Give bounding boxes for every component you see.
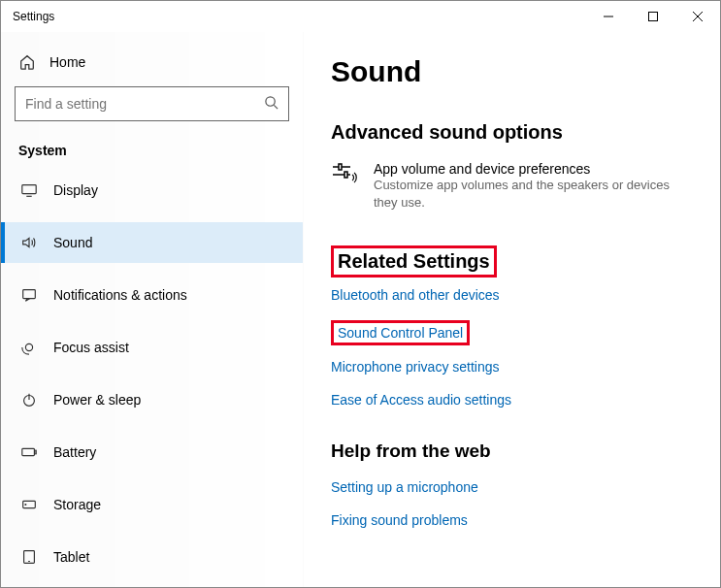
display-icon: [20, 181, 38, 199]
main-content: Sound Advanced sound options App volume …: [304, 32, 720, 587]
svg-point-14: [25, 505, 26, 506]
sidebar-item-label: Power & sleep: [53, 392, 141, 408]
svg-rect-8: [23, 290, 36, 299]
sidebar-item-display[interactable]: Display: [1, 170, 303, 211]
advanced-item-desc: Customize app volumes and the speakers o…: [374, 177, 693, 211]
tablet-icon: [20, 548, 38, 566]
advanced-item-title: App volume and device preferences: [374, 161, 693, 177]
sidebar-item-label: Sound: [53, 235, 92, 250]
svg-rect-20: [344, 172, 347, 178]
sidebar-item-battery[interactable]: Battery: [1, 432, 303, 473]
sound-icon: [20, 234, 38, 251]
search-box[interactable]: [15, 86, 289, 121]
sidebar-item-label: Battery: [53, 444, 96, 460]
minimize-icon: [604, 12, 613, 21]
power-icon: [20, 391, 38, 408]
svg-line-5: [274, 105, 278, 109]
sidebar-item-home[interactable]: Home: [1, 44, 303, 81]
svg-rect-18: [339, 164, 342, 170]
advanced-item[interactable]: App volume and device preferences Custom…: [331, 161, 693, 211]
sidebar-item-label: Notifications & actions: [53, 287, 187, 303]
svg-rect-12: [35, 450, 36, 454]
focus-icon: [20, 339, 38, 356]
storage-icon: [20, 496, 38, 513]
search-input[interactable]: [25, 96, 264, 112]
sidebar-item-label: Tablet: [53, 549, 89, 565]
search-icon: [264, 95, 279, 113]
window-title: Settings: [13, 10, 54, 23]
battery-icon: [20, 443, 38, 461]
sidebar-item-tablet[interactable]: Tablet: [1, 537, 303, 577]
svg-rect-1: [649, 13, 658, 21]
link-ease-of-access-audio[interactable]: Ease of Access audio settings: [331, 392, 511, 408]
link-setup-microphone[interactable]: Setting up a microphone: [331, 479, 478, 495]
sidebar-item-sound[interactable]: Sound: [1, 222, 303, 263]
related-heading: Related Settings: [338, 250, 490, 273]
link-sound-control-panel[interactable]: Sound Control Panel: [338, 325, 463, 341]
highlight-sound-control-panel: Sound Control Panel: [331, 320, 470, 345]
advanced-heading: Advanced sound options: [331, 121, 693, 144]
sidebar-item-notifications[interactable]: Notifications & actions: [1, 275, 303, 315]
link-microphone-privacy[interactable]: Microphone privacy settings: [331, 359, 500, 375]
highlight-related-heading: Related Settings: [331, 245, 497, 278]
maximize-icon: [648, 12, 658, 21]
sidebar-item-focus-assist[interactable]: Focus assist: [1, 327, 303, 368]
svg-rect-6: [22, 185, 36, 194]
sidebar-item-label: Focus assist: [53, 340, 129, 355]
svg-rect-11: [22, 448, 35, 455]
close-button[interactable]: [675, 1, 720, 32]
titlebar: Settings: [1, 1, 720, 32]
sidebar-item-label: Storage: [53, 497, 101, 512]
sliders-icon: [331, 161, 358, 184]
sidebar-item-label: Display: [53, 182, 98, 198]
sidebar-section-label: System: [1, 139, 303, 170]
svg-point-4: [266, 97, 275, 106]
help-heading: Help from the web: [331, 441, 693, 462]
link-fixing-sound-problems[interactable]: Fixing sound problems: [331, 512, 468, 528]
home-icon: [18, 53, 36, 71]
close-icon: [693, 12, 703, 21]
minimize-button[interactable]: [586, 1, 631, 32]
home-label: Home: [49, 54, 85, 70]
link-bluetooth-devices[interactable]: Bluetooth and other devices: [331, 287, 500, 303]
page-title: Sound: [331, 55, 693, 88]
maximize-button[interactable]: [631, 1, 675, 32]
sidebar-item-storage[interactable]: Storage: [1, 484, 303, 525]
notifications-icon: [20, 286, 38, 304]
sidebar: Home System Display Sound Notifications …: [1, 32, 304, 587]
sidebar-item-power-sleep[interactable]: Power & sleep: [1, 379, 303, 420]
